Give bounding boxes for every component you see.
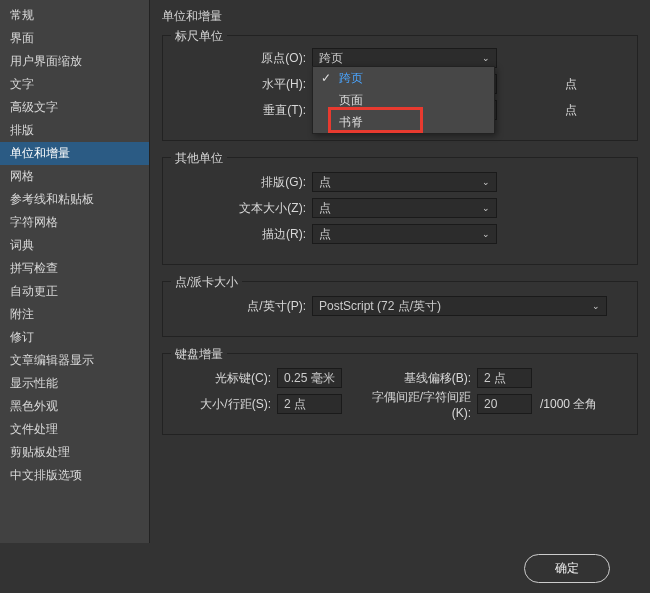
group-other-units: 其他单位 排版(G): 点 ⌄ 文本大小(Z): 点 ⌄ 描边(R): 点: [162, 157, 638, 265]
dropdown-item-spine[interactable]: 书脊: [313, 111, 494, 133]
chevron-down-icon: ⌄: [482, 177, 490, 187]
horizontal-label: 水平(H):: [177, 76, 312, 93]
sidebar-item-track-changes[interactable]: 修订: [0, 326, 149, 349]
sidebar-item-file-handling[interactable]: 文件处理: [0, 418, 149, 441]
cursor-key-input[interactable]: 0.25 毫米: [277, 368, 342, 388]
origin-dropdown-menu: 跨页 页面 书脊: [312, 66, 495, 134]
vertical-unit: 点: [557, 102, 577, 119]
group-keyboard-increments: 键盘增量 光标键(C): 0.25 毫米 基线偏移(B): 2 点 大小/行距(…: [162, 353, 638, 435]
chevron-down-icon: ⌄: [592, 301, 600, 311]
points-per-inch-value: PostScript (72 点/英寸): [319, 298, 441, 315]
group-point-pica: 点/派卡大小 点/英寸(P): PostScript (72 点/英寸) ⌄: [162, 281, 638, 337]
preferences-sidebar: 常规 界面 用户界面缩放 文字 高级文字 排版 单位和增量 网格 参考线和粘贴板…: [0, 0, 150, 543]
group-ruler-units: 标尺单位 原点(O): 跨页 ⌄ 水平(H): 点 ⌄ 点 垂直(T): 点: [162, 35, 638, 141]
typesetting-select-value: 点: [319, 174, 331, 191]
stroke-label: 描边(R):: [177, 226, 312, 243]
kerning-input[interactable]: 20: [477, 394, 532, 414]
textsize-select-value: 点: [319, 200, 331, 217]
dropdown-item-page[interactable]: 页面: [313, 89, 494, 111]
group-other-units-label: 其他单位: [171, 150, 227, 167]
stroke-select-value: 点: [319, 226, 331, 243]
sidebar-item-char-grid[interactable]: 字符网格: [0, 211, 149, 234]
chevron-down-icon: ⌄: [482, 203, 490, 213]
origin-label: 原点(O):: [177, 50, 312, 67]
sidebar-item-ui-scaling[interactable]: 用户界面缩放: [0, 50, 149, 73]
dropdown-item-spread[interactable]: 跨页: [313, 67, 494, 89]
ok-button[interactable]: 确定: [524, 554, 610, 583]
points-per-inch-select[interactable]: PostScript (72 点/英寸) ⌄: [312, 296, 607, 316]
sidebar-item-units-increments[interactable]: 单位和增量: [0, 142, 149, 165]
sidebar-item-clipboard[interactable]: 剪贴板处理: [0, 441, 149, 464]
sidebar-item-composition[interactable]: 排版: [0, 119, 149, 142]
sidebar-item-guides-pasteboard[interactable]: 参考线和粘贴板: [0, 188, 149, 211]
sidebar-item-interface[interactable]: 界面: [0, 27, 149, 50]
chevron-down-icon: ⌄: [482, 53, 490, 63]
baseline-shift-label: 基线偏移(B):: [357, 370, 477, 387]
content-panel: 单位和增量 标尺单位 原点(O): 跨页 ⌄ 水平(H): 点 ⌄ 点 垂直(T: [150, 0, 650, 543]
horizontal-unit: 点: [557, 76, 577, 93]
kerning-unit: /1000 全角: [532, 396, 597, 413]
sidebar-item-spelling[interactable]: 拼写检查: [0, 257, 149, 280]
baseline-shift-input[interactable]: 2 点: [477, 368, 532, 388]
group-ruler-units-label: 标尺单位: [171, 28, 227, 45]
points-per-inch-label: 点/英寸(P):: [177, 298, 312, 315]
typesetting-select[interactable]: 点 ⌄: [312, 172, 497, 192]
origin-select[interactable]: 跨页 ⌄: [312, 48, 497, 68]
sidebar-item-story-editor[interactable]: 文章编辑器显示: [0, 349, 149, 372]
sidebar-item-notes[interactable]: 附注: [0, 303, 149, 326]
origin-select-value: 跨页: [319, 50, 343, 67]
typesetting-label: 排版(G):: [177, 174, 312, 191]
textsize-label: 文本大小(Z):: [177, 200, 312, 217]
sidebar-item-dictionary[interactable]: 词典: [0, 234, 149, 257]
sidebar-item-black-appearance[interactable]: 黑色外观: [0, 395, 149, 418]
size-leading-input[interactable]: 2 点: [277, 394, 342, 414]
vertical-label: 垂直(T):: [177, 102, 312, 119]
dialog-button-bar: 确定: [0, 543, 650, 593]
sidebar-item-general[interactable]: 常规: [0, 4, 149, 27]
size-leading-label: 大小/行距(S):: [177, 396, 277, 413]
sidebar-item-grids[interactable]: 网格: [0, 165, 149, 188]
sidebar-item-type[interactable]: 文字: [0, 73, 149, 96]
sidebar-item-advanced-type[interactable]: 高级文字: [0, 96, 149, 119]
group-keyboard-increments-label: 键盘增量: [171, 346, 227, 363]
sidebar-item-autocorrect[interactable]: 自动更正: [0, 280, 149, 303]
chevron-down-icon: ⌄: [482, 229, 490, 239]
cursor-key-label: 光标键(C):: [177, 370, 277, 387]
sidebar-item-cjk-options[interactable]: 中文排版选项: [0, 464, 149, 487]
textsize-select[interactable]: 点 ⌄: [312, 198, 497, 218]
kerning-label: 字偶间距/字符间距 (K):: [357, 389, 477, 420]
sidebar-item-display-perf[interactable]: 显示性能: [0, 372, 149, 395]
stroke-select[interactable]: 点 ⌄: [312, 224, 497, 244]
page-title: 单位和增量: [162, 8, 638, 25]
group-point-pica-label: 点/派卡大小: [171, 274, 242, 291]
